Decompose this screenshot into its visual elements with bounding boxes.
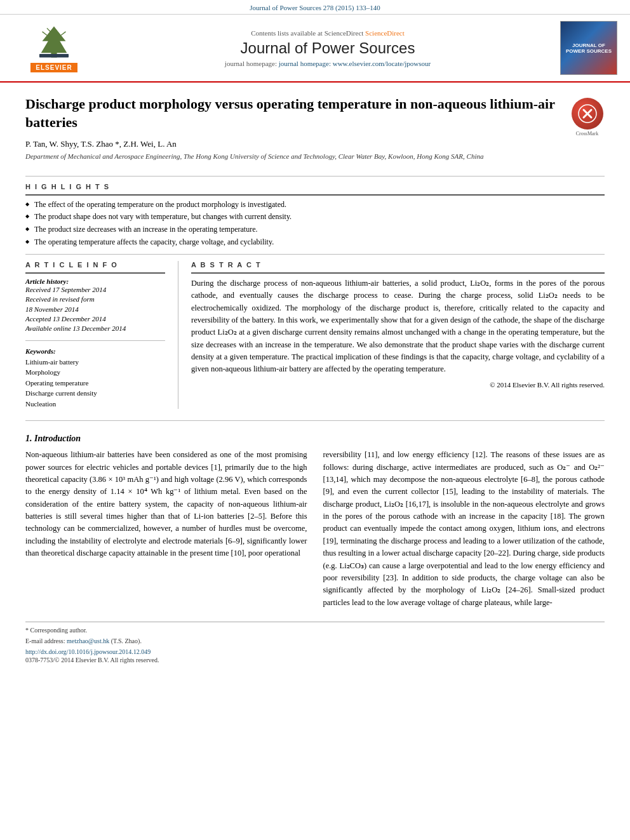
abstract-label: A B S T R A C T — [191, 261, 605, 269]
divider-1 — [25, 176, 605, 177]
journal-cover: JOURNAL OF POWER SOURCES — [560, 21, 617, 75]
journal-header: ELSEVIER Contents lists available at Sci… — [0, 15, 630, 83]
elsevier-tree-icon — [35, 23, 73, 62]
article-title: Discharge product morphology versus oper… — [25, 95, 563, 131]
highlight-item: The product size decreases with an incre… — [25, 224, 605, 235]
journal-homepage: journal homepage: journal homepage: www.… — [102, 60, 554, 67]
article-header: Discharge product morphology versus oper… — [25, 95, 605, 170]
abstract-divider — [191, 272, 605, 274]
issn-text: 0378-7753/© 2014 Elsevier B.V. All right… — [25, 657, 605, 663]
journal-title: Journal of Power Sources — [102, 39, 554, 57]
history-title: Article history: — [25, 277, 165, 285]
col-divider — [178, 261, 178, 409]
footer: * Corresponding author. E-mail address: … — [25, 622, 605, 663]
article-info-divider — [25, 272, 165, 274]
svg-marker-1 — [41, 27, 67, 53]
highlights-label: H I G H L I G H T S — [25, 183, 605, 190]
svg-rect-5 — [39, 54, 69, 58]
elsevier-logo-block: ELSEVIER — [13, 23, 95, 72]
history-revised-date: 18 November 2014 — [25, 305, 165, 314]
highlight-item: The product shape does not vary with tem… — [25, 211, 605, 222]
crossmark-block: CrossMark — [570, 95, 605, 170]
sciencedirect-text: Contents lists available at ScienceDirec… — [102, 29, 554, 37]
crossmark-icon — [577, 103, 598, 124]
svg-line-4 — [61, 32, 65, 36]
abstract-col: A B S T R A C T During the discharge pro… — [191, 261, 605, 409]
keyword-5: Nucleation — [25, 399, 165, 410]
keyword-1: Lithium-air battery — [25, 357, 165, 368]
copyright: © 2014 Elsevier B.V. All rights reserved… — [191, 381, 605, 389]
section-title: 1. Introduction — [25, 434, 605, 444]
intro-col-right: reversibility [11], and low energy effic… — [323, 449, 605, 609]
highlight-item: The operating temperature affects the ca… — [25, 237, 605, 248]
keyword-2: Morphology — [25, 367, 165, 378]
history-accepted: Accepted 13 December 2014 — [25, 314, 165, 324]
svg-line-3 — [47, 28, 51, 32]
divider-2 — [25, 254, 605, 255]
abstract-text: During the discharge process of non-aque… — [191, 277, 605, 376]
article-info-col: A R T I C L E I N F O Article history: R… — [25, 261, 165, 409]
keywords-divider — [25, 340, 165, 341]
journal-citation: Journal of Power Sources 278 (2015) 133–… — [250, 4, 380, 11]
sciencedirect-link[interactable]: ScienceDirect — [365, 29, 405, 37]
doi-link: http://dx.doi.org/10.1016/j.jpowsour.201… — [25, 648, 605, 655]
authors: P. Tan, W. Shyy, T.S. Zhao *, Z.H. Wei, … — [25, 139, 563, 149]
email-note: E-mail address: metzhao@ust.hk (T.S. Zha… — [25, 637, 605, 646]
highlights-section: H I G H L I G H T S The effect of the op… — [25, 183, 605, 248]
intro-col-left: Non-aqueous lithium-air batteries have b… — [25, 449, 307, 609]
keywords-section: Keywords: Lithium-air battery Morphology… — [25, 347, 165, 410]
highlight-item: The effect of the operating temperature … — [25, 199, 605, 210]
keyword-4: Discharge current density — [25, 388, 165, 399]
journal-header-center: Contents lists available at ScienceDirec… — [102, 29, 554, 67]
article-title-block: Discharge product morphology versus oper… — [25, 95, 563, 170]
article-history: Article history: Received 17 September 2… — [25, 277, 165, 334]
history-online: Available online 13 December 2014 — [25, 324, 165, 333]
affiliation: Department of Mechanical and Aerospace E… — [25, 152, 563, 161]
article-info-label: A R T I C L E I N F O — [25, 261, 165, 269]
highlights-divider — [25, 194, 605, 196]
author-email[interactable]: metzhao@ust.hk — [67, 637, 109, 644]
journal-citation-bar: Journal of Power Sources 278 (2015) 133–… — [0, 0, 630, 15]
keywords-title: Keywords: — [25, 347, 165, 355]
introduction-section: 1. Introduction Non-aqueous lithium-air … — [25, 434, 605, 609]
svg-line-2 — [43, 32, 47, 36]
corresponding-note: * Corresponding author. — [25, 626, 605, 635]
main-content: Discharge product morphology versus oper… — [0, 83, 630, 676]
divider-3 — [25, 420, 605, 421]
history-revised-label: Received in revised form — [25, 295, 165, 304]
elsevier-brand-label: ELSEVIER — [30, 63, 77, 72]
crossmark-label: CrossMark — [576, 131, 599, 137]
history-received: Received 17 September 2014 — [25, 285, 165, 295]
article-info-abstract: A R T I C L E I N F O Article history: R… — [25, 261, 605, 409]
journal-homepage-link[interactable]: journal homepage: www.elsevier.com/locat… — [279, 60, 431, 67]
highlights-list: The effect of the operating temperature … — [25, 199, 605, 248]
keyword-3: Operating temperature — [25, 378, 165, 389]
intro-columns: Non-aqueous lithium-air batteries have b… — [25, 449, 605, 609]
crossmark-badge[interactable] — [572, 98, 603, 130]
